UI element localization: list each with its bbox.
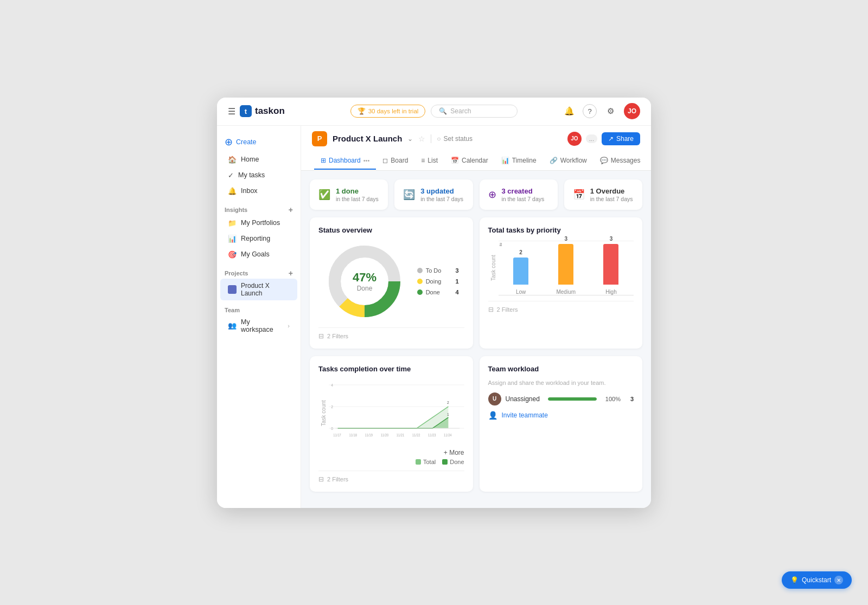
trial-badge[interactable]: 🏆 30 days left in trial xyxy=(350,105,426,118)
member-avatar[interactable]: JO xyxy=(567,132,582,146)
trophy-icon: 🏆 xyxy=(358,107,366,115)
insights-add-button[interactable]: + xyxy=(289,205,293,214)
more-members-badge[interactable]: ... xyxy=(586,134,597,143)
tab-timeline[interactable]: 📊 Timeline xyxy=(495,152,543,170)
sidebar-item-goals[interactable]: 🎯 My Goals xyxy=(220,247,297,262)
legend-total: Total xyxy=(416,459,436,465)
sidebar-item-reporting-label: Reporting xyxy=(241,235,270,242)
project-icon xyxy=(228,285,237,294)
sidebar-item-workspace[interactable]: 👥 My workspace › xyxy=(220,314,297,337)
overdue-stat-text: 1 Overdue in the last 7 days xyxy=(590,187,633,202)
tab-dashboard[interactable]: ⊞ Dashboard ••• xyxy=(314,152,376,170)
updated-stat-num: 3 updated xyxy=(420,187,463,195)
priority-chart-footer: ⊟ 2 Filters xyxy=(488,301,634,313)
sidebar-item-reporting[interactable]: 📊 Reporting xyxy=(220,231,297,247)
sidebar-item-mytasks-label: My tasks xyxy=(238,171,265,179)
donut-chart: 47% Done xyxy=(324,241,405,322)
stat-done: ✅ 1 done in the last 7 days xyxy=(310,179,388,210)
tab-messages[interactable]: 💬 Messages xyxy=(593,152,647,170)
goals-icon: 🎯 xyxy=(228,250,237,259)
share-button[interactable]: ↗ Share xyxy=(602,132,640,145)
inbox-icon: 🔔 xyxy=(228,187,237,195)
trial-label: 30 days left in trial xyxy=(368,108,419,114)
tab-dashboard-more[interactable]: ••• xyxy=(363,157,370,164)
create-icon: ⊕ xyxy=(225,136,233,148)
donut-sublabel: Done xyxy=(353,285,376,292)
topbar-left: ☰ t taskon xyxy=(228,105,350,117)
tab-board[interactable]: ◻ Board xyxy=(376,152,414,170)
total-legend-label: Total xyxy=(423,459,436,465)
tab-reports[interactable]: 📈 Reports xyxy=(647,152,651,170)
overtime-filter-icon: ⊟ xyxy=(318,475,324,483)
donut-percentage: 47% xyxy=(353,271,376,285)
projects-add-button[interactable]: + xyxy=(289,269,293,278)
done-stat-icon: ✅ xyxy=(318,189,330,201)
search-icon: 🔍 xyxy=(439,107,447,115)
calendar-tab-icon: 📅 xyxy=(451,157,459,164)
quickstart-label: Quickstart xyxy=(802,576,831,584)
quickstart-close-icon[interactable]: ✕ xyxy=(834,576,843,584)
overdue-stat-label: in the last 7 days xyxy=(590,196,633,202)
sidebar-item-home-label: Home xyxy=(241,156,259,163)
done-stat-label: in the last 7 days xyxy=(336,196,379,202)
notifications-button[interactable]: 🔔 xyxy=(561,103,577,119)
tab-list[interactable]: ≡ List xyxy=(414,152,444,170)
invite-row[interactable]: 👤 Invite teammate xyxy=(488,411,634,420)
unassigned-avatar: U xyxy=(488,392,501,406)
create-button[interactable]: ⊕ Create xyxy=(217,132,301,152)
project-star-icon[interactable]: ☆ xyxy=(418,134,425,143)
insights-section-header: Insights + xyxy=(217,202,301,215)
status-overview-card: Status overview xyxy=(310,217,473,349)
share-label: Share xyxy=(616,135,634,143)
logo-text: taskon xyxy=(255,106,285,117)
tabs-bar: ⊞ Dashboard ••• ◻ Board ≡ List 📅 Cale xyxy=(312,152,640,170)
tab-workflow[interactable]: 🔗 Workflow xyxy=(543,152,593,170)
area-chart-inner: 4 2 0 xyxy=(329,379,464,447)
priority-filter-icon: ⊟ xyxy=(488,306,494,313)
project-dropdown-icon[interactable]: ⌄ xyxy=(407,135,413,143)
sidebar-item-inbox[interactable]: 🔔 Inbox xyxy=(220,183,297,199)
todo-legend-dot xyxy=(417,268,423,273)
svg-text:11/18: 11/18 xyxy=(349,433,357,437)
bar-low-bar xyxy=(513,258,528,285)
sidebar-item-portfolios[interactable]: 📁 My Portfolios xyxy=(220,215,297,231)
stat-created: ⊕ 3 created in the last 7 days xyxy=(480,179,558,210)
projects-label: Projects xyxy=(225,270,248,276)
total-legend-dot xyxy=(416,459,421,465)
sidebar-top-section: ⊕ Create 🏠 Home ✓ My tasks 🔔 Inbox xyxy=(217,132,301,199)
quickstart-button[interactable]: 💡 Quickstart ✕ xyxy=(782,571,852,589)
workload-description: Assign and share the workload in your te… xyxy=(488,379,634,386)
bar-low-count: 2 xyxy=(519,249,522,255)
over-time-footer: ⊟ 2 Filters xyxy=(318,471,464,483)
reporting-icon: 📊 xyxy=(228,235,237,243)
sidebar-item-home[interactable]: 🏠 Home xyxy=(220,152,297,168)
svg-text:11/22: 11/22 xyxy=(412,433,420,437)
legend-todo: To Do 3 xyxy=(417,267,459,274)
donut-label: 47% Done xyxy=(353,271,376,292)
tab-calendar[interactable]: 📅 Calendar xyxy=(444,152,495,170)
logo-box: t taskon xyxy=(240,105,285,117)
user-avatar[interactable]: JO xyxy=(624,103,640,119)
sidebar-item-mytasks[interactable]: ✓ My tasks xyxy=(220,168,297,183)
done-legend-dot xyxy=(417,289,423,295)
overdue-stat-num: 1 Overdue xyxy=(590,187,633,195)
settings-button[interactable]: ⚙ xyxy=(602,103,618,119)
hamburger-icon[interactable]: ☰ xyxy=(228,106,235,117)
stat-updated: 🔄 3 updated in the last 7 days xyxy=(394,179,473,210)
bar-medium-bar xyxy=(558,244,573,285)
doing-legend-label: Doing xyxy=(426,278,442,285)
tab-timeline-label: Timeline xyxy=(512,157,537,164)
sidebar-item-product-x[interactable]: Product X Launch xyxy=(220,279,297,300)
portfolios-icon: 📁 xyxy=(228,219,237,227)
bar-axis-line xyxy=(499,295,634,295)
search-bar[interactable]: 🔍 Search xyxy=(431,105,518,118)
unassigned-bar-fill xyxy=(548,397,597,401)
chart-legends: Total Done xyxy=(318,459,464,465)
more-link[interactable]: + More xyxy=(318,447,464,459)
charts-row-1: Status overview xyxy=(310,217,642,349)
help-button[interactable]: ? xyxy=(583,104,597,118)
projects-section-header: Projects + xyxy=(217,266,301,279)
mytasks-icon: ✓ xyxy=(228,171,234,179)
logo-icon: t xyxy=(240,105,252,117)
set-status-button[interactable]: ○ Set status xyxy=(437,135,473,143)
